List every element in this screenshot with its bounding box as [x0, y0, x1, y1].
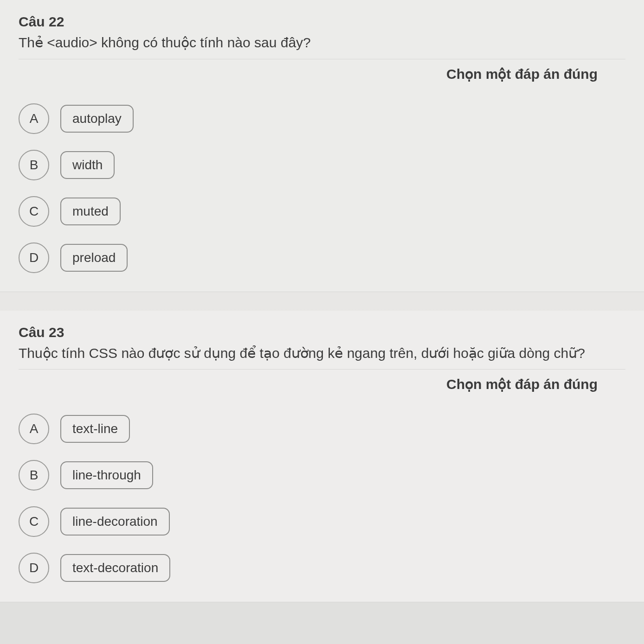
option-row-B[interactable]: B line-through: [19, 460, 625, 491]
option-letter-circle[interactable]: B: [19, 150, 49, 180]
options-list: A autoplay B width C muted D preload: [19, 103, 625, 273]
question-instruction: Chọn một đáp án đúng: [19, 369, 625, 392]
options-list: A text-line B line-through C line-decora…: [19, 414, 625, 583]
option-label-chip[interactable]: text-decoration: [60, 554, 170, 582]
option-letter-circle[interactable]: A: [19, 103, 49, 134]
question-block: Câu 22 Thẻ <audio> không có thuộc tính n…: [0, 0, 644, 292]
option-row-B[interactable]: B width: [19, 150, 625, 180]
question-instruction: Chọn một đáp án đúng: [19, 59, 625, 82]
option-letter-circle[interactable]: D: [19, 242, 49, 273]
option-label-chip[interactable]: line-decoration: [60, 508, 170, 536]
option-label-chip[interactable]: width: [60, 151, 115, 179]
option-letter-circle[interactable]: C: [19, 196, 49, 227]
question-text: Thẻ <audio> không có thuộc tính nào sau …: [19, 33, 625, 52]
option-label-chip[interactable]: muted: [60, 198, 121, 225]
option-row-C[interactable]: C line-decoration: [19, 506, 625, 537]
option-row-D[interactable]: D text-decoration: [19, 553, 625, 583]
option-label-chip[interactable]: line-through: [60, 461, 153, 489]
option-label-chip[interactable]: autoplay: [60, 105, 134, 133]
option-row-C[interactable]: C muted: [19, 196, 625, 227]
question-number: Câu 23: [19, 325, 625, 340]
option-label-chip[interactable]: text-line: [60, 415, 130, 443]
question-number: Câu 22: [19, 14, 625, 30]
option-label-chip[interactable]: preload: [60, 244, 128, 272]
option-row-A[interactable]: A text-line: [19, 414, 625, 444]
option-row-A[interactable]: A autoplay: [19, 103, 625, 134]
question-block: Câu 23 Thuộc tính CSS nào được sử dụng đ…: [0, 311, 644, 603]
option-row-D[interactable]: D preload: [19, 242, 625, 273]
option-letter-circle[interactable]: B: [19, 460, 49, 491]
option-letter-circle[interactable]: C: [19, 506, 49, 537]
question-text: Thuộc tính CSS nào được sử dụng để tạo đ…: [19, 344, 625, 363]
option-letter-circle[interactable]: D: [19, 553, 49, 583]
option-letter-circle[interactable]: A: [19, 414, 49, 444]
